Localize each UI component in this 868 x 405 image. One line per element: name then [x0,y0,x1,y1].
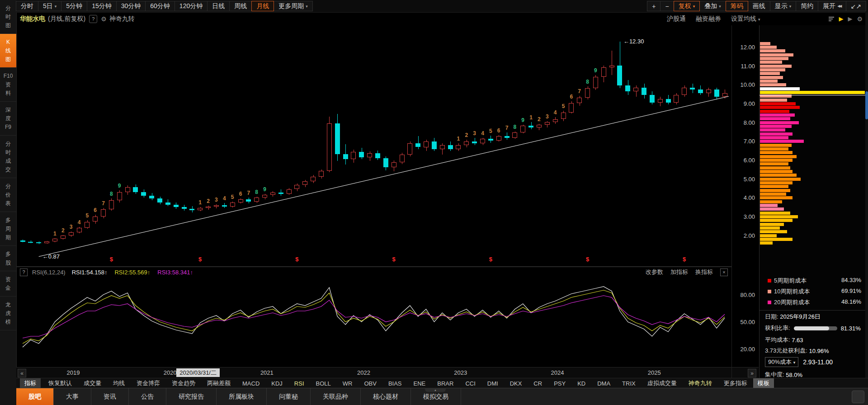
indicator-item-模板[interactable]: 模板 [753,378,774,388]
draw-line-button[interactable]: 画线 [748,1,770,11]
sidebar-item-分时成交[interactable]: 分时成交 [0,136,16,178]
change-params-button[interactable]: 改参数 [646,268,663,276]
indicator-item-MACD[interactable]: MACD [236,380,265,387]
candle-body [367,153,372,157]
chip-bar [760,65,792,68]
expand-button[interactable]: 展开◀◀ [818,1,846,11]
tab-问董秘[interactable]: 问董秘 [267,388,311,405]
sidebar-item-分价表[interactable]: 分价表 [0,178,16,212]
panel-collapse-handle[interactable]: ▴ [425,388,446,392]
sidebar-item-深度F9[interactable]: 深度F9 [0,102,16,136]
help-icon[interactable]: ? [89,15,97,23]
period-button-5分钟[interactable]: 5分钟 [61,1,87,11]
dividend-marker[interactable]: $ [681,256,688,263]
link-hugutong[interactable]: 沪股通 [667,15,686,23]
dividend-marker[interactable]: $ [487,256,494,263]
indicator-item-两融差额[interactable]: 两融差额 [201,379,236,387]
indicator-item-DMI[interactable]: DMI [481,380,504,387]
indicator-item-成交量[interactable]: 成交量 [78,379,107,387]
indicator-item-DMA[interactable]: DMA [591,380,616,387]
indicator-item-DKX[interactable]: DKX [504,380,528,387]
scroll-left-button[interactable]: « [18,369,26,377]
tab-所属板块[interactable]: 所属板块 [217,388,267,405]
indicator-item-RSI[interactable]: RSI [288,380,310,387]
sidebar-item-多周期[interactable]: 多周期 [0,212,16,246]
corner-widget[interactable] [852,391,864,403]
indicator-item-WR[interactable]: WR [337,380,359,387]
flag-prev-icon[interactable]: ▶ [839,15,843,22]
dividend-marker[interactable]: $ [197,256,204,263]
indicator-item-更多指标[interactable]: 更多指标 [718,379,753,387]
indicator-item-BOLL[interactable]: BOLL [310,380,337,387]
collapse-button[interactable]: ↙↗ [846,1,866,11]
cost90-dropdown[interactable]: 90%成本 ▾ [765,357,798,367]
close-icon[interactable]: × [720,268,728,276]
tab-关联品种[interactable]: 关联品种 [311,388,361,405]
tab-资讯[interactable]: 资讯 [91,388,129,405]
indicator-item-均线[interactable]: 均线 [107,379,131,387]
dividend-marker[interactable]: $ [584,256,591,263]
tab-公告[interactable]: 公告 [129,388,166,405]
dividend-marker[interactable]: $ [293,256,301,263]
indicator-item-OBV[interactable]: OBV [358,380,382,387]
indicator-item-指标[interactable]: 指标 [20,378,41,388]
switch-indicator-button[interactable]: 换指标 [695,268,713,276]
tab-大事[interactable]: 大事 [54,388,91,405]
indicator-item-PSY[interactable]: PSY [548,380,571,387]
indicator-item-KDJ[interactable]: KDJ [265,380,288,387]
period-button-更多周期[interactable]: 更多周期▾ [274,1,313,11]
scrollbar[interactable] [865,12,868,378]
tab-核心题材[interactable]: 核心题材 [361,388,411,405]
period-button-周线[interactable]: 周线 [229,1,252,11]
tab-研究报告[interactable]: 研究报告 [166,388,217,405]
overlay-button[interactable]: 叠加▾ [699,1,726,11]
scrollbar-thumb[interactable] [865,91,868,119]
period-button-5日[interactable]: 5日▾ [38,1,61,11]
scroll-right-button[interactable]: » [748,369,756,377]
add-indicator-button[interactable]: 加指标 [670,268,688,276]
indicator-item-KD[interactable]: KD [571,380,591,387]
indicator-item-BRAR[interactable]: BRAR [431,380,459,387]
display-button[interactable]: 显示▾ [770,1,797,11]
dividend-marker[interactable]: $ [390,256,397,263]
sidebar-item-资金[interactable]: 资金 [0,271,16,297]
link-margin-trading[interactable]: 融资融券 [696,15,721,23]
indicator-item-恢复默认[interactable]: 恢复默认 [42,379,78,387]
sidebar-item-分时图[interactable]: 分时图 [0,0,16,34]
period-button-15分钟[interactable]: 15分钟 [87,1,117,11]
indicator-item-CCI[interactable]: CCI [459,380,481,387]
sidebar-item-多股[interactable]: 多股 [0,246,16,271]
period-button-120分钟[interactable]: 120分钟 [175,1,208,11]
gear-icon[interactable]: ⚙ [101,15,107,23]
period-button-月线[interactable]: 月线 [251,1,274,11]
sidebar-item-F10资料[interactable]: F10资料 [0,68,16,102]
indicator-item-神奇九转[interactable]: 神奇九转 [683,379,718,387]
indicator-item-资金博弈[interactable]: 资金博弈 [131,379,166,387]
indicator-item-BIAS[interactable]: BIAS [382,380,408,387]
candle-body [432,141,437,149]
indicator-item-虚拟成交量[interactable]: 虚拟成交量 [642,379,683,387]
indicator-item-ENE[interactable]: ENE [408,380,432,387]
indicator-item-CR[interactable]: CR [528,380,548,387]
period-button-30分钟[interactable]: 30分钟 [116,1,146,11]
ma-settings-button[interactable]: 设置均线 ▾ [731,15,760,23]
simple-mode-button[interactable]: 简约 [796,1,818,11]
period-button-60分钟[interactable]: 60分钟 [145,1,175,11]
period-button-日线[interactable]: 日线 [207,1,230,11]
settings-gear-icon[interactable]: ⚙ [857,15,863,23]
sidebar-item-龙虎榜[interactable]: 龙虎榜 [0,297,16,330]
indicator-item-资金趋势[interactable]: 资金趋势 [166,379,201,387]
period-button-分时[interactable]: 分时 [16,1,38,11]
quote-list-icon[interactable] [829,17,834,21]
flag-next-icon[interactable]: ▶ [848,15,852,22]
dividend-marker[interactable]: $ [108,256,115,263]
zoom-out-button[interactable]: − [660,1,674,11]
zoom-in-button[interactable]: + [647,1,660,11]
indicator-item-TRIX[interactable]: TRIX [616,380,642,387]
rsi-help-icon[interactable]: ? [20,268,28,276]
adjust-mode-button[interactable]: 复权▾ [674,1,700,11]
sidebar-item-K线图[interactable]: K线图 [0,34,16,68]
tab-股吧[interactable]: 股吧 [16,388,54,405]
candle-body [198,208,203,210]
chip-button[interactable]: 筹码 [726,1,748,11]
